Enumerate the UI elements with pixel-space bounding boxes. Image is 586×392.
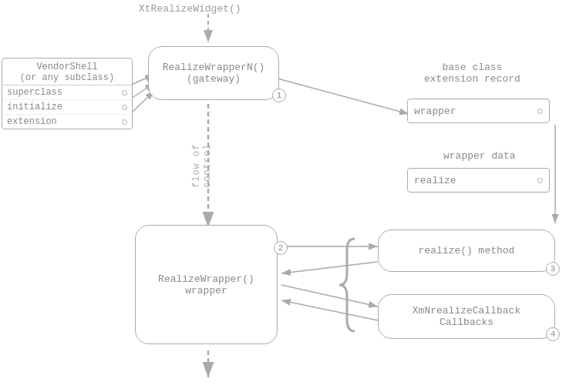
svg-line-10 [281,262,378,273]
wrapper-data-label: wrapper data [443,150,516,162]
vendor-shell-box: VendorShell (or any subclass) superclass… [2,58,133,129]
wrapper-record-dot [537,109,543,114]
badge-3: 3 [546,262,560,276]
wrapper-record-label: wrapper [414,106,456,117]
callbacks-line2: Callbacks [440,317,493,328]
vendor-shell-title2: (or any subclass) [20,72,114,83]
badge-4: 4 [546,327,560,341]
wrapper-box: RealizeWrapper() wrapper [135,225,278,344]
diagram: XtRealizeWidget() VendorShell (or any su… [0,0,586,392]
flow-of-control-label: flow of control [191,119,213,212]
svg-line-7 [278,79,409,114]
base-class-label: base class extension record [424,62,520,85]
callbacks-line1: XmNrealizeCallback [413,305,520,317]
gateway-line2: (gateway) [187,73,241,85]
superclass-label: superclass [7,87,119,98]
initialize-dot [122,105,127,110]
initialize-label: initialize [7,102,119,112]
realize-method-box: realize() method [378,230,555,272]
realize-record-label: realize [414,175,456,186]
vendor-shell-title1: VendorShell [36,62,97,72]
xt-realize-label: XtRealizeWidget() [139,3,241,15]
gateway-line1: RealizeWrapperN() [163,62,265,73]
gateway-box: RealizeWrapperN() (gateway) [148,46,279,100]
realize-record-row: realize [407,168,550,193]
wrapper-box-line2: wrapper [185,285,227,297]
realize-record-dot [537,178,543,183]
badge-2: 2 [274,241,288,255]
svg-line-12 [281,300,378,320]
badge-1: 1 [272,89,286,102]
wrapper-record-row: wrapper [407,99,550,123]
extension-dot [122,119,127,125]
wrapper-box-line1: RealizeWrapper() [158,273,254,285]
extension-label: extension [7,116,119,127]
realize-method-label: realize() method [419,245,515,256]
superclass-dot [122,90,127,95]
svg-line-11 [281,285,378,307]
callbacks-box: XmNrealizeCallback Callbacks [378,294,555,339]
